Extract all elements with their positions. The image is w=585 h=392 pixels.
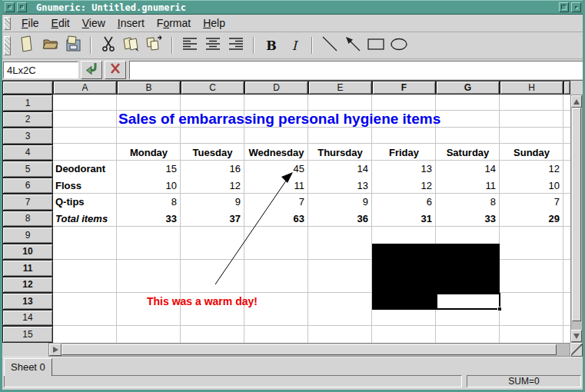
cell-C5[interactable]: 16 — [181, 161, 244, 178]
cell-B5[interactable]: 15 — [117, 161, 181, 178]
day-header-thursday[interactable]: Thursday — [308, 145, 372, 161]
cell-C8[interactable]: 37 — [181, 211, 244, 228]
cell-D6[interactable]: 11 — [244, 178, 308, 194]
toolbar-align-left-button[interactable] — [178, 35, 201, 56]
row-label[interactable]: Total items — [53, 211, 117, 228]
cell-B8[interactable]: 33 — [117, 211, 181, 228]
row-header-1[interactable]: 1 — [2, 95, 53, 111]
cell-C6[interactable]: 12 — [181, 178, 244, 194]
row-header-15[interactable]: 15 — [2, 326, 53, 343]
row-label[interactable]: Deodorant — [53, 161, 117, 178]
day-header-monday[interactable]: Monday — [117, 145, 181, 161]
column-header-E[interactable]: E — [308, 81, 372, 95]
menu-item-format[interactable]: Format — [151, 15, 197, 31]
toolbar-grip-handle[interactable] — [4, 36, 11, 55]
cell-B7[interactable]: 8 — [117, 194, 181, 211]
cell-G8[interactable]: 33 — [436, 211, 500, 228]
day-header-sunday[interactable]: Sunday — [500, 145, 563, 161]
annotation-text[interactable]: This was a warm day! — [147, 293, 301, 310]
row-header-13[interactable]: 13 — [2, 293, 53, 310]
day-header-friday[interactable]: Friday — [372, 145, 436, 161]
menu-item-file[interactable]: File — [15, 15, 45, 31]
row-label[interactable]: Floss — [53, 178, 117, 194]
toolbar-italic-button[interactable]: I — [283, 35, 306, 56]
row-header-8[interactable]: 8 — [2, 211, 53, 228]
row-header-10[interactable]: 10 — [2, 244, 53, 261]
window-sticky-icon[interactable] — [17, 2, 27, 12]
cell-F8[interactable]: 31 — [372, 211, 436, 228]
toolbar-open-file-button[interactable] — [38, 35, 61, 56]
pane-resize-handle[interactable] — [570, 343, 583, 357]
toolbar-align-right-button[interactable] — [224, 35, 248, 56]
toolbar-copy-button[interactable] — [120, 35, 143, 56]
column-header-H[interactable]: H — [500, 81, 563, 95]
menu-item-insert[interactable]: Insert — [111, 15, 151, 31]
cell-D7[interactable]: 7 — [244, 194, 308, 211]
cell-F5[interactable]: 13 — [372, 161, 436, 178]
cell-E7[interactable]: 9 — [308, 194, 372, 211]
row-header-6[interactable]: 6 — [2, 178, 53, 194]
maximize-icon[interactable] — [559, 2, 569, 12]
toolbar-draw-ellipse-button[interactable] — [387, 35, 410, 56]
cell-H7[interactable]: 7 — [500, 194, 563, 211]
cell-E8[interactable]: 36 — [308, 211, 372, 228]
row-header-9[interactable]: 9 — [2, 227, 53, 244]
column-header-partial[interactable] — [563, 81, 570, 95]
cell-G7[interactable]: 8 — [436, 194, 500, 211]
formula-input[interactable] — [129, 61, 583, 79]
row-header-12[interactable]: 12 — [2, 277, 53, 294]
scroll-right-button[interactable] — [49, 344, 61, 356]
row-header-7[interactable]: 7 — [2, 194, 53, 211]
cell-E6[interactable]: 13 — [308, 178, 372, 194]
vertical-scrollbar-thumb[interactable] — [572, 108, 581, 321]
day-header-saturday[interactable]: Saturday — [436, 145, 500, 161]
menu-item-view[interactable]: View — [76, 15, 111, 31]
column-header-A[interactable]: A — [53, 81, 117, 95]
menu-item-help[interactable]: Help — [197, 15, 231, 31]
cell-F7[interactable]: 6 — [372, 194, 436, 211]
cell-G6[interactable]: 11 — [436, 178, 500, 194]
cancel-edit-button[interactable] — [105, 61, 126, 79]
cell-E5[interactable]: 14 — [308, 161, 372, 178]
toolbar-new-file-button[interactable] — [15, 35, 38, 56]
scroll-down-button[interactable] — [571, 330, 582, 342]
menu-item-edit[interactable]: Edit — [45, 15, 76, 31]
toolbar-draw-line-button[interactable] — [318, 35, 341, 56]
row-header-4[interactable]: 4 — [2, 145, 53, 161]
day-header-wednesday[interactable]: Wednesday — [244, 145, 308, 161]
sheet-title-text[interactable]: Sales of embarrassing personal hygiene i… — [118, 111, 503, 128]
cell-reference-box[interactable]: 4Lx2C — [3, 61, 78, 78]
cell-G5[interactable]: 14 — [436, 161, 500, 178]
active-cell[interactable] — [436, 293, 500, 310]
menubar-grip-handle[interactable] — [4, 17, 11, 30]
toolbar-draw-arrow-button[interactable] — [341, 35, 364, 56]
horizontal-scrollbar[interactable] — [48, 343, 570, 357]
row-header-11[interactable]: 11 — [2, 260, 53, 277]
column-header-B[interactable]: B — [117, 81, 181, 95]
scroll-up-button[interactable] — [571, 95, 582, 108]
cell-C7[interactable]: 9 — [181, 194, 244, 211]
column-header-G[interactable]: G — [436, 81, 500, 95]
row-label[interactable]: Q-tips — [53, 194, 117, 211]
cell-F6[interactable]: 12 — [372, 178, 436, 194]
column-header-D[interactable]: D — [244, 81, 308, 95]
row-header-5[interactable]: 5 — [2, 161, 53, 178]
horizontal-scrollbar-thumb[interactable] — [61, 344, 557, 355]
column-header-C[interactable]: C — [181, 81, 244, 95]
column-header-F[interactable]: F — [372, 81, 436, 95]
toolbar-paste-button[interactable] — [143, 35, 166, 56]
iconify-icon[interactable] — [571, 2, 581, 12]
cell-B6[interactable]: 10 — [117, 178, 181, 194]
toolbar-align-center-button[interactable] — [201, 35, 224, 56]
accept-edit-button[interactable] — [81, 61, 102, 79]
toolbar-cut-button[interactable] — [97, 35, 120, 56]
row-header-14[interactable]: 14 — [2, 310, 53, 327]
title-bar[interactable]: Gnumeric: Untitled.gnumeric — [2, 0, 583, 15]
sheet-tab[interactable]: Sheet 0 — [4, 358, 52, 376]
toolbar-draw-rectangle-button[interactable] — [364, 35, 387, 56]
vertical-scrollbar[interactable] — [570, 95, 583, 343]
row-header-2[interactable]: 2 — [2, 111, 53, 128]
cell-D5[interactable]: 45 — [244, 161, 308, 178]
cell-H5[interactable]: 12 — [500, 161, 563, 178]
cell-H6[interactable]: 10 — [500, 178, 563, 194]
